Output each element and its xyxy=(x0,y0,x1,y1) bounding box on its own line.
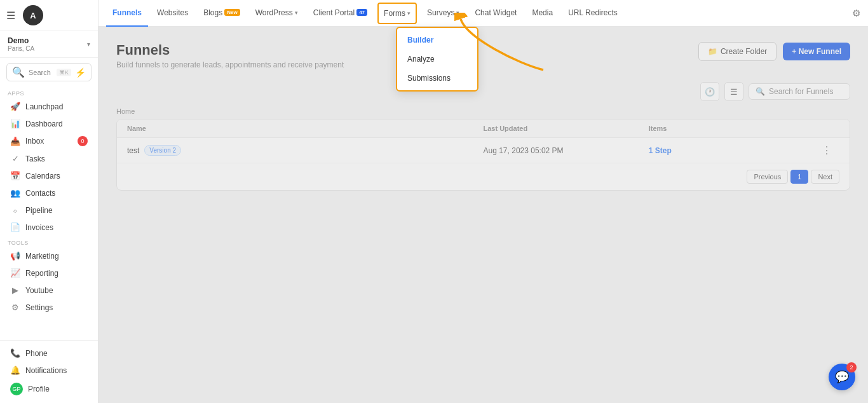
chevron-down-icon: ▾ xyxy=(87,41,90,48)
nav-label: Blogs xyxy=(203,8,222,17)
search-icon: 🔍 xyxy=(12,66,25,78)
dropdown-item-analyze[interactable]: Analyze xyxy=(397,50,477,69)
sidebar-item-contacts[interactable]: 👥 Contacts xyxy=(3,184,95,202)
new-badge: New xyxy=(224,9,240,16)
sidebar-item-label: Settings xyxy=(25,303,53,312)
flash-icon: ⚡ xyxy=(75,67,86,78)
chat-icon: 💬 xyxy=(835,370,849,384)
sidebar-item-calendars[interactable]: 📅 Calendars xyxy=(3,167,95,184)
demo-name: Demo xyxy=(8,36,34,45)
contacts-icon: 👥 xyxy=(10,188,20,198)
page-content: Funnels Build funnels to generate leads,… xyxy=(98,27,868,403)
sidebar-item-marketing[interactable]: 📢 Marketing xyxy=(3,247,95,264)
sidebar-item-label: Dashboard xyxy=(25,120,63,128)
sidebar-item-dashboard[interactable]: 📊 Dashboard xyxy=(3,115,95,132)
sidebar-item-label: Inbox xyxy=(25,137,44,146)
nav-label: URL Redirects xyxy=(568,8,618,17)
chevron-down-icon: ▾ xyxy=(295,10,298,16)
settings-gear-icon[interactable]: ⚙ xyxy=(852,8,860,19)
nav-label: Surveys xyxy=(427,8,454,17)
pipeline-icon: ⬦ xyxy=(10,205,20,215)
content-overlay xyxy=(98,27,868,403)
dropdown-item-builder[interactable]: Builder xyxy=(397,31,477,50)
sidebar-item-settings[interactable]: ⚙ Settings xyxy=(3,299,95,316)
dropdown-item-submissions[interactable]: Submissions xyxy=(397,69,477,88)
sidebar-item-label: Marketing xyxy=(25,252,59,261)
sidebar-bottom: 📞 Phone 🔔 Notifications GP Profile xyxy=(0,340,98,403)
sidebar-item-label: Notifications xyxy=(25,366,67,375)
sidebar-item-label: Youtube xyxy=(25,286,53,295)
nav-item-client-portal[interactable]: Client Portal 47 xyxy=(307,0,374,27)
hamburger-icon[interactable]: ☰ xyxy=(6,10,15,22)
nav-item-blogs[interactable]: Blogs New xyxy=(197,0,246,27)
nav-label: Websites xyxy=(157,8,188,17)
avatar: A xyxy=(23,5,43,25)
top-navigation: Funnels Websites Blogs New WordPress ▾ C… xyxy=(98,0,868,27)
sidebar: ☰ A Demo Paris, CA ▾ 🔍 Search ⌘K ⚡ Apps … xyxy=(0,0,98,403)
sidebar-item-profile[interactable]: GP Profile xyxy=(3,379,95,399)
sidebar-item-label: Phone xyxy=(25,349,48,358)
demo-section[interactable]: Demo Paris, CA ▾ xyxy=(0,31,98,58)
profile-icon: GP xyxy=(10,383,23,395)
dashboard-icon: 📊 xyxy=(10,119,20,128)
nav-item-wordpress[interactable]: WordPress ▾ xyxy=(249,0,304,27)
search-bar[interactable]: 🔍 Search ⌘K ⚡ xyxy=(6,63,92,81)
notifications-icon: 🔔 xyxy=(10,365,20,375)
sidebar-item-youtube[interactable]: ▶ Youtube xyxy=(3,282,95,299)
nav-item-funnels[interactable]: Funnels xyxy=(106,0,148,27)
sidebar-item-label: Invoices xyxy=(25,223,53,232)
main-content: Funnels Websites Blogs New WordPress ▾ C… xyxy=(98,0,868,403)
nav-item-surveys[interactable]: Surveys ▾ xyxy=(421,0,466,27)
sidebar-item-pipeline[interactable]: ⬦ Pipeline xyxy=(3,202,95,219)
chevron-down-icon: ▾ xyxy=(407,10,410,17)
youtube-icon: ▶ xyxy=(10,285,20,295)
nav-label: Chat Widget xyxy=(475,8,517,17)
forms-dropdown: Builder Analyze Submissions xyxy=(396,27,478,92)
nav-label: WordPress xyxy=(255,8,293,17)
nav-label: Funnels xyxy=(112,8,142,17)
search-shortcut: ⌘K xyxy=(57,69,71,76)
sidebar-item-label: Calendars xyxy=(25,172,60,181)
nav-item-media[interactable]: Media xyxy=(526,0,559,27)
nav-item-chat-widget[interactable]: Chat Widget xyxy=(468,0,523,27)
sidebar-item-reporting[interactable]: 📈 Reporting xyxy=(3,264,95,282)
chevron-down-icon: ▾ xyxy=(456,10,459,16)
sidebar-item-invoices[interactable]: 📄 Invoices xyxy=(3,219,95,236)
nav-label: Forms xyxy=(384,9,405,18)
sidebar-item-label: Pipeline xyxy=(25,206,53,215)
apps-section-label: Apps xyxy=(0,86,98,98)
chat-badge: 2 xyxy=(846,362,857,372)
chat-widget-button[interactable]: 💬 2 xyxy=(829,364,855,390)
nav-item-url-redirects[interactable]: URL Redirects xyxy=(562,0,624,27)
tools-section-label: Tools xyxy=(0,236,98,247)
client-portal-badge: 47 xyxy=(356,9,367,16)
demo-location: Paris, CA xyxy=(8,45,34,52)
search-label: Search xyxy=(29,69,53,76)
sidebar-item-phone[interactable]: 📞 Phone xyxy=(3,345,95,362)
sidebar-item-label: Profile xyxy=(28,385,50,393)
tasks-icon: ✓ xyxy=(10,154,20,163)
settings-icon: ⚙ xyxy=(10,303,20,312)
inbox-icon: 📥 xyxy=(10,137,20,146)
sidebar-item-label: Contacts xyxy=(25,189,55,198)
sidebar-top: ☰ A xyxy=(0,0,98,31)
nav-item-forms[interactable]: Forms ▾ xyxy=(377,3,417,24)
nav-label: Media xyxy=(532,8,553,17)
sidebar-item-label: Launchpad xyxy=(25,102,63,111)
nav-item-websites[interactable]: Websites xyxy=(151,0,194,27)
inbox-badge: 0 xyxy=(78,136,88,146)
launchpad-icon: 🚀 xyxy=(10,102,20,111)
reporting-icon: 📈 xyxy=(10,268,20,278)
sidebar-item-label: Reporting xyxy=(25,269,58,278)
marketing-icon: 📢 xyxy=(10,251,20,261)
sidebar-item-notifications[interactable]: 🔔 Notifications xyxy=(3,362,95,379)
invoices-icon: 📄 xyxy=(10,222,20,232)
sidebar-item-label: Tasks xyxy=(25,154,45,163)
nav-label: Client Portal xyxy=(313,8,355,17)
sidebar-item-launchpad[interactable]: 🚀 Launchpad xyxy=(3,98,95,115)
sidebar-item-inbox[interactable]: 📥 Inbox 0 xyxy=(3,132,95,150)
sidebar-item-tasks[interactable]: ✓ Tasks xyxy=(3,150,95,167)
calendars-icon: 📅 xyxy=(10,171,20,181)
phone-icon: 📞 xyxy=(10,348,20,358)
